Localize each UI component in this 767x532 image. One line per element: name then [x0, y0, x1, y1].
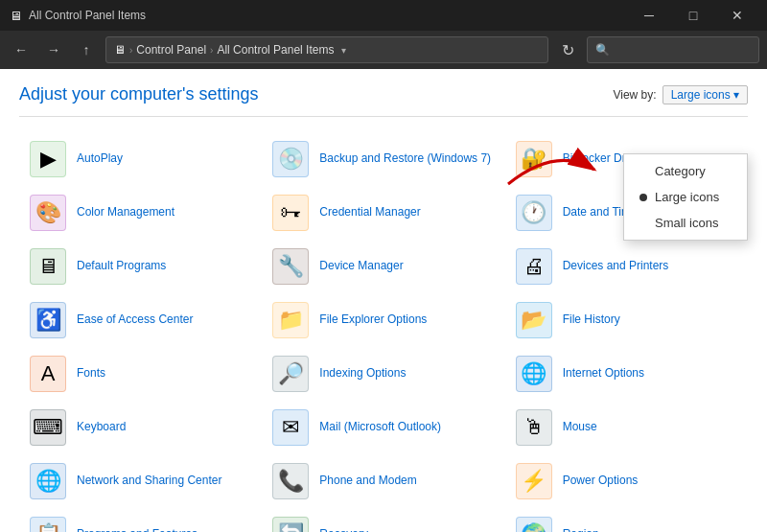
grid-item-mouse[interactable]: 🖱Mouse: [505, 401, 748, 454]
app-icon: 🖥: [8, 8, 23, 23]
item-label: Indexing Options: [319, 366, 406, 382]
view-by-section: View by: Large icons ▾: [613, 85, 748, 104]
close-button[interactable]: ✕: [715, 0, 759, 31]
grid-item-credential-manager[interactable]: 🗝Credential Manager: [262, 186, 504, 240]
item-icon: 🌐: [515, 355, 553, 393]
path-icon: 🖥: [114, 43, 126, 57]
item-label: Mail (Microsoft Outlook): [319, 420, 441, 435]
item-label: Keyboard: [77, 420, 126, 435]
search-icon: 🔍: [595, 43, 610, 57]
up-button[interactable]: ↑: [73, 36, 100, 63]
grid-item-autoplay[interactable]: ▶AutoPlay: [19, 132, 262, 186]
item-label: Phone and Modem: [319, 474, 416, 489]
item-icon: 📁: [271, 301, 310, 339]
grid-item-region[interactable]: 🌍Region: [505, 508, 748, 532]
grid-item-recovery[interactable]: 🔄Recovery: [262, 508, 504, 532]
item-icon: ⚡: [515, 462, 553, 500]
view-dropdown-menu[interactable]: CategoryLarge iconsSmall icons: [623, 153, 748, 241]
address-path[interactable]: 🖥 › Control Panel › All Control Panel It…: [105, 36, 548, 63]
item-label: File Explorer Options: [319, 312, 427, 328]
item-icon: 🕐: [515, 194, 553, 232]
dropdown-item-large-icons[interactable]: Large icons: [624, 184, 747, 210]
grid-item-mail-microsoft-outlook[interactable]: ✉Mail (Microsoft Outlook): [262, 401, 504, 454]
grid-item-devices-and-printers[interactable]: 🖨Devices and Printers: [505, 240, 748, 293]
item-icon: ♿: [29, 301, 67, 339]
dropdown-item-category[interactable]: Category: [624, 158, 747, 184]
item-icon: 📋: [29, 516, 67, 532]
grid-item-backup-and-restore-windows-7[interactable]: 💿Backup and Restore (Windows 7): [262, 132, 504, 186]
item-icon: ⌨: [29, 408, 67, 447]
item-icon: 🔐: [515, 140, 553, 178]
grid-item-programs-and-features[interactable]: 📋Programs and Features: [19, 508, 262, 532]
dropdown-item-label: Small icons: [655, 216, 718, 230]
grid-item-phone-and-modem[interactable]: 📞Phone and Modem: [262, 454, 504, 508]
grid-item-color-management[interactable]: 🎨Color Management: [19, 186, 262, 240]
refresh-button[interactable]: ↻: [554, 36, 581, 63]
item-label: Internet Options: [563, 366, 644, 382]
minimize-button[interactable]: ─: [627, 0, 671, 31]
item-icon: ✉: [271, 408, 310, 447]
item-icon: 🖥: [29, 247, 67, 286]
item-icon: 🌐: [29, 462, 67, 500]
grid-item-internet-options[interactable]: 🌐Internet Options: [505, 347, 748, 401]
grid-item-power-options[interactable]: ⚡Power Options: [505, 454, 748, 508]
forward-button[interactable]: →: [40, 36, 67, 63]
item-icon: 📞: [271, 462, 310, 500]
item-icon: 📂: [515, 301, 553, 339]
item-icon: 🎨: [29, 194, 67, 232]
grid-item-indexing-options[interactable]: 🔎Indexing Options: [262, 347, 504, 401]
page-title: Adjust your computer's settings: [19, 84, 259, 104]
item-icon: A: [29, 355, 67, 393]
dropdown-item-label: Large icons: [655, 190, 719, 204]
item-icon: 🔄: [271, 516, 310, 532]
view-by-button[interactable]: Large icons ▾: [662, 85, 748, 104]
grid-item-file-history[interactable]: 📂File History: [505, 293, 748, 347]
path-control-panel[interactable]: Control Panel: [136, 43, 206, 57]
address-bar: ← → ↑ 🖥 › Control Panel › All Control Pa…: [0, 31, 767, 69]
item-label: Mouse: [563, 420, 597, 435]
divider: [19, 116, 748, 117]
grid-item-network-and-sharing-center[interactable]: 🌐Network and Sharing Center: [19, 454, 262, 508]
window-title: All Control Panel Items: [29, 9, 627, 22]
path-all-items[interactable]: All Control Panel Items: [217, 43, 334, 57]
item-label: Device Manager: [319, 259, 403, 274]
item-icon: 💿: [271, 140, 310, 178]
back-button[interactable]: ←: [8, 36, 35, 63]
grid-item-device-manager[interactable]: 🔧Device Manager: [262, 240, 504, 293]
item-label: File History: [563, 312, 620, 328]
maximize-button[interactable]: □: [671, 0, 715, 31]
item-label: Power Options: [563, 474, 639, 489]
item-label: Region: [563, 527, 599, 532]
item-icon: 🖨: [515, 247, 553, 286]
grid-item-ease-of-access-center[interactable]: ♿Ease of Access Center: [19, 293, 262, 347]
window-controls: ─ □ ✕: [627, 0, 759, 31]
grid-item-default-programs[interactable]: 🖥Default Programs: [19, 240, 262, 293]
item-label: Ease of Access Center: [77, 312, 193, 328]
search-box[interactable]: 🔍: [587, 36, 759, 63]
view-by-label: View by:: [613, 88, 656, 102]
item-label: Backup and Restore (Windows 7): [319, 151, 491, 167]
dropdown-bullet: [639, 194, 647, 201]
item-label: Color Management: [77, 205, 174, 220]
item-icon: ▶: [29, 140, 67, 178]
grid-item-fonts[interactable]: AFonts: [19, 347, 262, 401]
page-header: Adjust your computer's settings View by:…: [19, 84, 748, 104]
item-icon: 🔎: [271, 355, 310, 393]
item-label: Fonts: [77, 366, 105, 382]
item-icon: 🌍: [515, 516, 553, 532]
grid-item-file-explorer-options[interactable]: 📁File Explorer Options: [262, 293, 504, 347]
item-label: Devices and Printers: [563, 259, 669, 274]
dropdown-item-small-icons[interactable]: Small icons: [624, 210, 747, 236]
item-icon: 🔧: [271, 247, 310, 286]
item-label: Programs and Features: [77, 527, 198, 532]
item-icon: 🖱: [515, 408, 553, 447]
dropdown-item-label: Category: [655, 164, 706, 178]
item-label: Credential Manager: [319, 205, 420, 220]
grid-item-keyboard[interactable]: ⌨Keyboard: [19, 401, 262, 454]
item-label: AutoPlay: [77, 151, 123, 167]
title-bar: 🖥 All Control Panel Items ─ □ ✕: [0, 0, 767, 31]
item-label: Default Programs: [77, 259, 166, 274]
address-dropdown-btn[interactable]: ▾: [341, 45, 346, 56]
item-label: Recovery: [319, 527, 368, 532]
item-label: Network and Sharing Center: [77, 474, 221, 489]
